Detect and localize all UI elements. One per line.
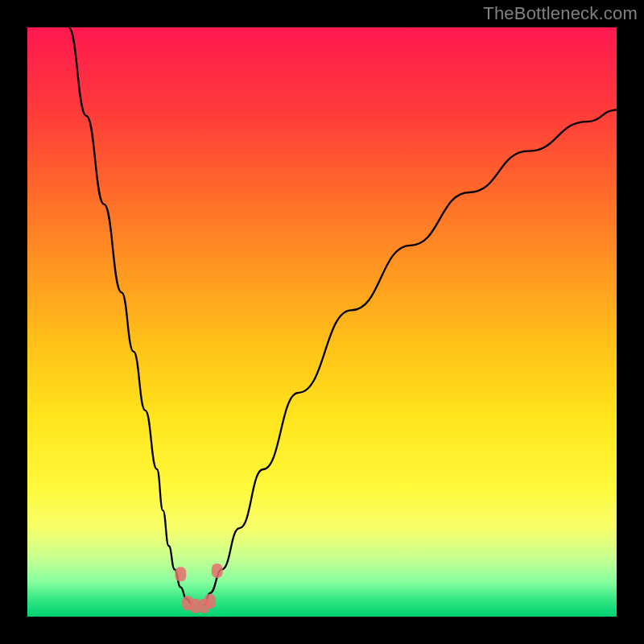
curve-left-branch (68, 27, 192, 605)
plot-area (27, 27, 617, 617)
watermark-text: TheBottleneck.com (483, 3, 638, 24)
data-marker (175, 567, 186, 581)
data-marker (204, 594, 216, 609)
curve-svg (27, 27, 617, 617)
curve-right-branch (204, 110, 617, 605)
data-marker (212, 564, 223, 578)
chart-frame: TheBottleneck.com (0, 0, 644, 644)
